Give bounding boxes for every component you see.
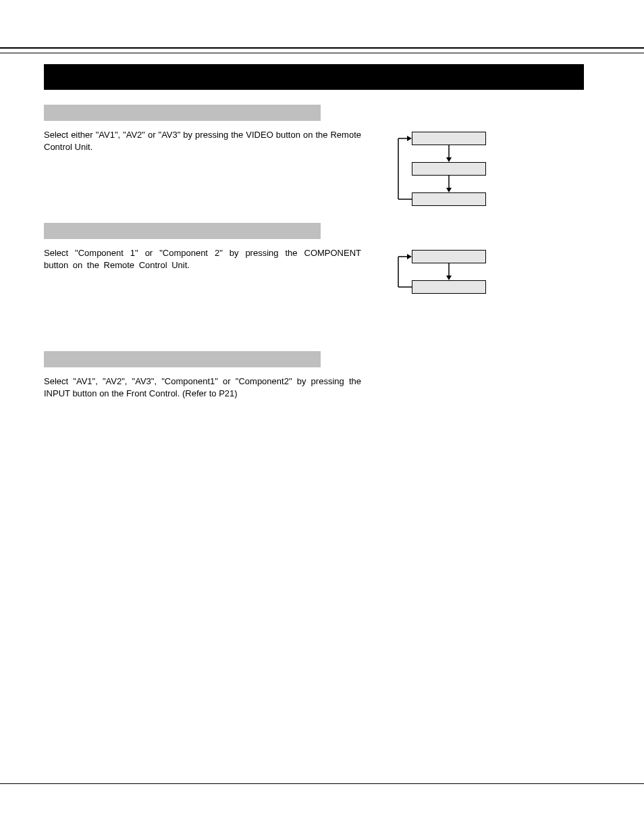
section-front-control: Select "AV1", "AV2", "AV3", "Component1"…	[44, 351, 361, 399]
title-black-bar	[44, 64, 584, 90]
body-text-video: Select either "AV1", "AV2" or "AV3" by p…	[44, 129, 361, 153]
page: Select either "AV1", "AV2" or "AV3" by p…	[0, 0, 644, 834]
body-text-front: Select "AV1", "AV2", "AV3", "Component1"…	[44, 375, 361, 399]
body-text-component: Select "Component 1" or "Component 2" by…	[44, 247, 361, 271]
svg-marker-1	[446, 157, 452, 162]
section-heading-bar	[44, 105, 321, 121]
top-double-rule	[0, 47, 644, 53]
section-video: Select either "AV1", "AV2" or "AV3" by p…	[44, 105, 361, 153]
diagram-av-loop	[392, 132, 500, 213]
diagram-arrows	[392, 132, 500, 213]
svg-marker-7	[407, 136, 412, 141]
section-heading-bar	[44, 351, 321, 367]
diagram-component-loop	[392, 250, 500, 301]
svg-marker-13	[407, 254, 412, 259]
svg-marker-9	[446, 276, 452, 280]
section-component: Select "Component 1" or "Component 2" by…	[44, 223, 361, 271]
bottom-rule	[0, 783, 644, 784]
diagram-arrows	[392, 250, 500, 301]
section-heading-bar	[44, 223, 321, 239]
svg-marker-3	[446, 188, 452, 192]
